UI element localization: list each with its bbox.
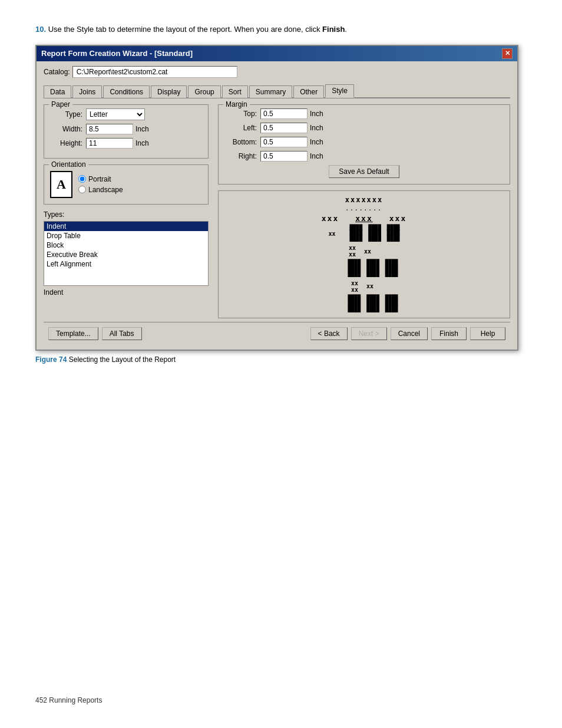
margin-left-label: Left: bbox=[224, 124, 257, 132]
preview-xx5: xx bbox=[351, 286, 358, 293]
margin-right-input[interactable] bbox=[260, 151, 308, 162]
type-item-executive-break[interactable]: Executive Break bbox=[44, 250, 208, 259]
back-button[interactable]: < Back bbox=[310, 327, 348, 340]
preview-xx2: xx bbox=[349, 245, 356, 251]
margin-bottom-label: Bottom: bbox=[224, 138, 257, 146]
margin-top-row: Top: Inch bbox=[224, 108, 504, 119]
type-item-drop-table[interactable]: Drop Table bbox=[44, 231, 208, 241]
preview-row-5: xx xx xx bbox=[349, 245, 379, 258]
content-area: Paper Type: Letter Width: Inch Height: bbox=[44, 104, 510, 318]
catalog-row: Catalog: C:\JReport\test2\custom2.cat bbox=[44, 66, 510, 78]
block-1: ████████████ bbox=[349, 225, 362, 243]
tab-display[interactable]: Display bbox=[151, 85, 187, 98]
all-tabs-button[interactable]: All Tabs bbox=[102, 327, 142, 340]
dialog-window: Report Form Creation Wizard - [Standard]… bbox=[35, 45, 518, 351]
type-item-left-alignment[interactable]: Left Alignment bbox=[44, 259, 208, 269]
orientation-radio-group: Portrait Landscape bbox=[78, 175, 123, 194]
finish-button[interactable]: Finish bbox=[431, 327, 467, 340]
preview-row-3: xxx xxx xxx bbox=[322, 214, 406, 223]
margin-right-unit: Inch bbox=[310, 152, 323, 160]
block-2: ████████████ bbox=[368, 225, 381, 243]
footer-text: 452 Running Reports bbox=[35, 696, 102, 704]
preview-blocks-row3: ████████████ ████████████ ████████████ bbox=[348, 260, 398, 278]
type-item-block[interactable]: Block bbox=[44, 241, 208, 250]
paper-type-label: Type: bbox=[50, 110, 82, 118]
margin-top-input[interactable] bbox=[260, 108, 308, 119]
preview-xxx3: xxx bbox=[389, 214, 406, 223]
preview-blocks-row4: ████████████ ████████████ ████████████ bbox=[348, 295, 398, 313]
landscape-option[interactable]: Landscape bbox=[78, 186, 123, 194]
types-list[interactable]: Indent Drop Table Block Executive Break … bbox=[44, 221, 209, 286]
help-button[interactable]: Help bbox=[470, 327, 505, 340]
template-button[interactable]: Template... bbox=[48, 327, 98, 340]
block-7: ████████████ bbox=[348, 295, 361, 313]
tab-conditions[interactable]: Conditions bbox=[103, 85, 150, 98]
dialog-title: Report Form Creation Wizard - [Standard] bbox=[41, 49, 193, 58]
figure-caption-text: Selecting the Layout of the Report bbox=[69, 355, 176, 364]
preview-blocks-row1: ████████████ ████████████ ████████████ bbox=[349, 225, 399, 243]
margin-top-label: Top: bbox=[224, 110, 257, 118]
margin-group-title: Margin bbox=[223, 100, 250, 108]
next-button[interactable]: Next > bbox=[351, 327, 387, 340]
close-button[interactable]: ✕ bbox=[502, 48, 513, 59]
landscape-label: Landscape bbox=[88, 186, 123, 194]
catalog-value: C:\JReport\test2\custom2.cat bbox=[72, 66, 237, 78]
paper-group-title: Paper bbox=[49, 100, 72, 108]
margin-left-unit: Inch bbox=[310, 124, 323, 132]
tab-group[interactable]: Group bbox=[188, 85, 220, 98]
tab-summary[interactable]: Summary bbox=[249, 85, 292, 98]
cancel-button[interactable]: Cancel bbox=[391, 327, 428, 340]
margin-left-input[interactable] bbox=[260, 123, 308, 133]
paper-type-row: Type: Letter bbox=[50, 108, 202, 120]
paper-width-input[interactable] bbox=[86, 124, 133, 134]
paper-height-input[interactable] bbox=[86, 138, 133, 149]
paper-height-row: Height: Inch bbox=[50, 138, 202, 149]
preview-row-6: ████████████ ████████████ ████████████ bbox=[330, 260, 398, 278]
preview-grid: xxxxxxx ........ xxx xxx xxx bbox=[223, 196, 505, 313]
types-section: Types: Indent Drop Table Block Executive… bbox=[44, 210, 209, 297]
figure-label: Figure 74 bbox=[35, 355, 67, 364]
portrait-radio[interactable] bbox=[78, 175, 86, 183]
catalog-label: Catalog: bbox=[44, 68, 70, 76]
buttons-row: Template... All Tabs < Back Next > Cance… bbox=[44, 322, 510, 342]
page-footer: 452 Running Reports bbox=[35, 696, 102, 704]
dialog-body: Catalog: C:\JReport\test2\custom2.cat Da… bbox=[37, 61, 517, 350]
paper-height-label: Height: bbox=[50, 139, 82, 147]
preview-xx3: xx bbox=[349, 251, 356, 258]
figure-caption: Figure 74 Selecting the Layout of the Re… bbox=[35, 355, 527, 364]
tab-other[interactable]: Other bbox=[293, 85, 324, 98]
paper-width-unit: Inch bbox=[135, 125, 149, 133]
landscape-radio[interactable] bbox=[78, 186, 86, 193]
tab-data[interactable]: Data bbox=[44, 85, 71, 98]
paper-height-unit: Inch bbox=[135, 139, 149, 147]
block-9: ████████████ bbox=[385, 295, 398, 313]
portrait-option[interactable]: Portrait bbox=[78, 175, 123, 183]
paper-width-label: Width: bbox=[50, 125, 82, 133]
types-bottom-label: Indent bbox=[44, 288, 209, 297]
block-5: ████████████ bbox=[366, 260, 379, 278]
margin-right-label: Right: bbox=[224, 152, 257, 160]
orientation-group: Orientation A Portrait La bbox=[44, 164, 209, 205]
type-item-indent[interactable]: Indent bbox=[44, 222, 208, 231]
block-8: ████████████ bbox=[366, 295, 379, 313]
intro-text-body: Use the Style tab to determine the layou… bbox=[48, 25, 322, 34]
preview-xx-mid2: xx bbox=[366, 283, 373, 289]
preview-row-2: ........ bbox=[346, 206, 383, 212]
preview-xx-mid: xx bbox=[364, 248, 371, 255]
margin-bottom-input[interactable] bbox=[260, 137, 308, 147]
preview-row-7: xx xx xx bbox=[351, 280, 377, 293]
orientation-group-title: Orientation bbox=[49, 160, 88, 169]
tab-joins[interactable]: Joins bbox=[72, 85, 102, 98]
tab-style[interactable]: Style bbox=[325, 84, 354, 98]
save-default-button[interactable]: Save As Default bbox=[329, 165, 399, 178]
tab-sort[interactable]: Sort bbox=[222, 85, 248, 98]
orientation-content: A Portrait Landscape bbox=[50, 171, 202, 198]
preview-xx4: xx bbox=[351, 280, 358, 286]
page-icon: A bbox=[50, 171, 72, 198]
paper-width-row: Width: Inch bbox=[50, 124, 202, 134]
margin-group: Margin Top: Inch Left: Inch Bottom: bbox=[218, 104, 510, 185]
preview-row-8: ████████████ ████████████ ████████████ bbox=[330, 295, 398, 313]
block-6: ████████████ bbox=[385, 260, 398, 278]
preview-dots: ........ bbox=[346, 206, 383, 212]
paper-type-select[interactable]: Letter bbox=[86, 108, 145, 120]
